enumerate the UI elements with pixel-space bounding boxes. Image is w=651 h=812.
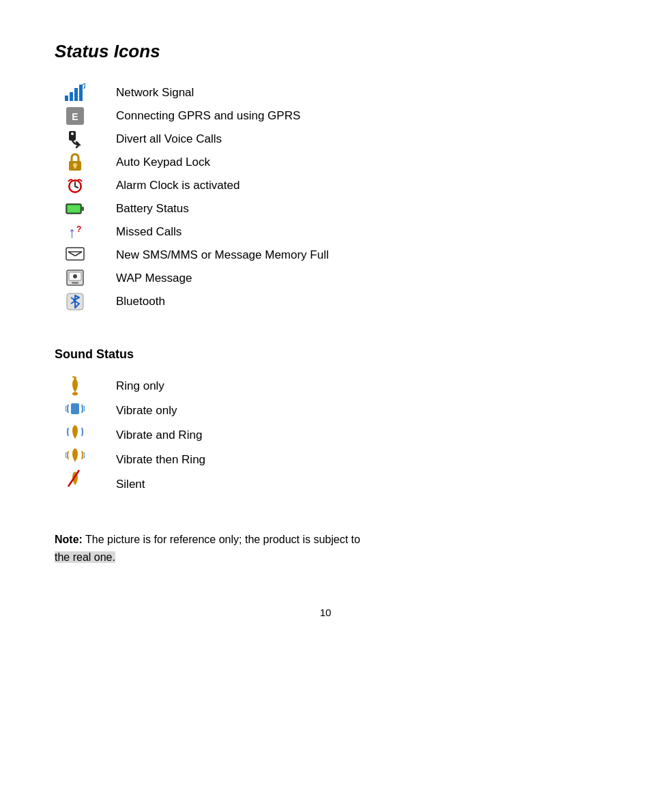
page-title: Status Icons — [55, 41, 596, 62]
network-signal-icon — [64, 82, 86, 104]
icon-row-silent — [64, 467, 86, 490]
vibrate-then-ring-icon — [64, 444, 86, 466]
label-network-signal: Network Signal — [116, 81, 329, 104]
icon-row-wap — [64, 267, 86, 290]
label-missed: Missed Calls — [116, 220, 329, 244]
label-vibrate-then-ring: Vibrate then Ring — [116, 448, 205, 472]
label-vibrate-only: Vibrate only — [116, 398, 205, 423]
label-battery: Battery Status — [116, 197, 329, 220]
icon-row-network — [64, 81, 86, 104]
status-label-column: Network Signal Connecting GPRS and using… — [116, 81, 329, 313]
svg-text:?: ? — [76, 224, 81, 234]
icon-row-alarm — [64, 174, 86, 197]
wap-icon — [64, 267, 86, 289]
label-gprs: Connecting GPRS and using GPRS — [116, 104, 329, 128]
missed-calls-icon: ↑ ? — [64, 221, 86, 243]
svg-point-27 — [73, 274, 77, 278]
label-ring-only: Ring only — [116, 374, 205, 398]
icon-row-missed: ↑ ? — [64, 220, 86, 244]
svg-rect-16 — [81, 207, 84, 211]
sound-status-title: Sound Status — [55, 347, 596, 362]
label-alarm: Alarm Clock is activated — [116, 174, 329, 197]
note-paragraph: Note: The picture is for reference only;… — [55, 531, 596, 549]
ring-only-icon — [64, 375, 86, 396]
icon-row-bluetooth — [64, 290, 86, 313]
svg-text:↑: ↑ — [68, 224, 76, 241]
note-highlighted-text: the real one. — [55, 551, 115, 563]
sound-label-column: Ring only Vibrate only Vibrate and Ring … — [116, 374, 205, 497]
lock-icon — [64, 151, 86, 173]
icon-row-vibrate-ring — [64, 420, 86, 444]
svg-rect-10 — [74, 165, 76, 169]
svg-rect-17 — [68, 205, 80, 212]
icon-row-lock — [64, 151, 86, 174]
sms-icon — [64, 244, 86, 266]
divert-icon — [64, 128, 86, 150]
icon-row-vibrate — [64, 397, 86, 420]
svg-rect-33 — [71, 403, 79, 414]
svg-rect-20 — [66, 248, 84, 260]
bluetooth-icon — [64, 291, 86, 313]
note-section: Note: The picture is for reference only;… — [55, 531, 596, 566]
icon-column: E — [55, 81, 96, 313]
label-silent: Silent — [116, 472, 205, 497]
sound-icon-column — [55, 374, 96, 497]
page-number: 10 — [55, 607, 596, 618]
status-icons-section: E — [55, 81, 596, 313]
icon-row-gprs: E — [64, 104, 86, 128]
silent-icon — [64, 467, 86, 489]
svg-rect-1 — [70, 92, 73, 101]
vibrate-and-ring-icon — [64, 421, 86, 443]
note-text-normal: The picture is for reference only; the p… — [83, 534, 360, 545]
icon-row-sms — [64, 244, 86, 267]
svg-text:E: E — [72, 111, 78, 122]
label-divert: Divert all Voice Calls — [116, 128, 329, 151]
icon-row-divert — [64, 128, 86, 151]
svg-rect-0 — [65, 96, 68, 101]
gprs-icon: E — [64, 105, 86, 127]
note-highlighted-paragraph: the real one. — [55, 549, 596, 566]
svg-point-7 — [71, 132, 74, 135]
icon-row-vibrate-then-ring — [64, 444, 86, 467]
svg-point-31 — [72, 392, 78, 396]
battery-icon — [64, 198, 86, 220]
icon-row-ring — [64, 374, 86, 397]
sound-icons-block: Ring only Vibrate only Vibrate and Ring … — [55, 374, 596, 497]
label-sms: New SMS/MMS or Message Memory Full — [116, 244, 329, 267]
svg-rect-2 — [74, 88, 78, 101]
vibrate-only-icon — [64, 398, 86, 420]
label-bluetooth: Bluetooth — [116, 290, 329, 313]
sound-status-section: Sound Status — [55, 347, 596, 497]
note-label: Note: — [55, 534, 83, 545]
svg-rect-26 — [72, 282, 78, 284]
label-wap: WAP Message — [116, 267, 329, 290]
alarm-icon — [64, 175, 86, 197]
label-lock: Auto Keypad Lock — [116, 151, 329, 174]
svg-rect-3 — [79, 85, 83, 101]
label-vibrate-and-ring: Vibrate and Ring — [116, 423, 205, 448]
icon-row-battery — [64, 197, 86, 220]
